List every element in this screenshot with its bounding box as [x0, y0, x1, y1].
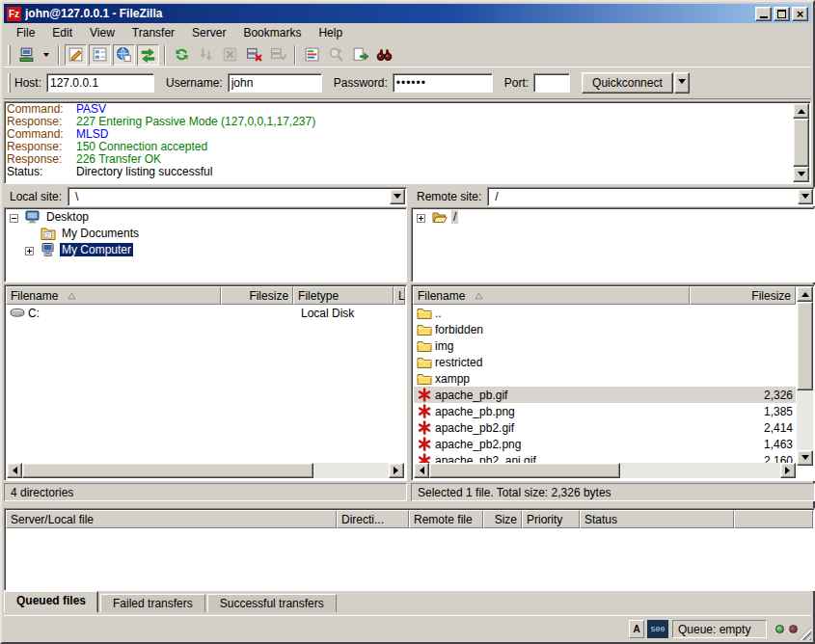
maximize-button[interactable]	[774, 7, 790, 21]
file-row-restricted[interactable]: restricted	[414, 354, 796, 370]
file-row-apache-pb2-ani-gif[interactable]: apache_pb2_ani.gif2,160	[414, 452, 796, 463]
log-scrollbar[interactable]	[793, 103, 809, 182]
column-header-filename[interactable]: Filename	[6, 286, 221, 305]
resize-grip[interactable]	[798, 627, 811, 640]
tab-queued-files[interactable]: Queued files	[4, 591, 98, 612]
refresh-button[interactable]	[171, 44, 193, 66]
queue-column-status[interactable]: Status	[580, 510, 734, 528]
remote-site-combo[interactable]: /	[487, 187, 815, 206]
log-text: PASV	[76, 102, 106, 116]
synchronized-browsing-button[interactable]	[349, 44, 371, 66]
site-manager-button[interactable]	[15, 44, 38, 66]
menu-view[interactable]: View	[81, 24, 123, 41]
disconnect-button[interactable]	[243, 44, 265, 66]
title-bar[interactable]: Fz john@127.0.0.1 - FileZilla ×	[4, 4, 811, 23]
scroll-left-button[interactable]	[414, 463, 429, 478]
directory-comparison-icon	[304, 46, 320, 63]
file-row-c-[interactable]: C:Local Disk	[7, 305, 404, 321]
toggle-local-tree-button[interactable]	[89, 44, 111, 66]
file-row-apache-pb2-gif[interactable]: apache_pb2.gif2,414	[414, 419, 796, 436]
file-row-img[interactable]: img	[414, 337, 796, 354]
local-tree-item-my-computer[interactable]: My Computer	[5, 241, 406, 257]
tab-successful-transfers[interactable]: Successful transfers	[207, 594, 337, 612]
scroll-thumb[interactable]	[429, 463, 620, 478]
menu-edit[interactable]: Edit	[43, 24, 81, 41]
quickconnect-button[interactable]: Quickconnect	[582, 72, 673, 94]
scroll-thumb[interactable]	[797, 302, 813, 390]
menu-help[interactable]: Help	[310, 24, 351, 41]
file-row-xampp[interactable]: xampp	[414, 370, 796, 387]
column-header-l[interactable]: L	[394, 286, 405, 305]
scroll-thumb[interactable]	[793, 119, 809, 167]
column-header-label: L	[398, 289, 405, 303]
toolbar-separator	[164, 45, 166, 65]
maximize-icon	[777, 10, 786, 18]
queue-column-priority[interactable]: Priority	[522, 510, 580, 528]
scroll-right-button[interactable]	[389, 463, 404, 478]
scroll-down-button[interactable]	[797, 450, 813, 466]
image-file-icon	[417, 437, 432, 451]
minimize-button[interactable]	[755, 7, 772, 21]
close-button[interactable]: ×	[792, 7, 808, 21]
remote-status-bar: Selected 1 file. Total size: 2,326 bytes	[411, 483, 815, 501]
remote-site-dropdown-button[interactable]	[798, 189, 813, 204]
queue-column-server-local-file[interactable]: Server/Local file	[6, 510, 337, 528]
toggle-remote-tree-button[interactable]	[113, 44, 135, 66]
queue-column-size[interactable]: Size	[483, 510, 522, 528]
file-row-apache-pb-gif[interactable]: apache_pb.gif2,326	[414, 387, 796, 403]
menu-transfer[interactable]: Transfer	[123, 24, 183, 41]
queue-column-directi-[interactable]: Directi...	[337, 510, 409, 528]
toggle-queue-button[interactable]	[137, 44, 159, 66]
host-input[interactable]	[46, 73, 154, 93]
column-header-filesize[interactable]: Filesize	[690, 286, 796, 305]
site-manager-dropdown-button[interactable]	[40, 44, 53, 66]
toggle-log-button[interactable]	[65, 44, 87, 66]
remote-tree-item--[interactable]: /	[412, 208, 814, 225]
file-row--[interactable]: ..	[414, 305, 796, 321]
local-tree-item-my-documents[interactable]: My Documents	[5, 225, 406, 241]
scroll-down-button[interactable]	[793, 167, 809, 182]
username-input[interactable]	[228, 73, 322, 93]
expand-plus-icon[interactable]	[25, 245, 34, 254]
toggle-local-tree-icon	[92, 46, 108, 63]
expand-plus-icon[interactable]	[417, 212, 425, 221]
local-tree-item-desktop[interactable]: Desktop	[5, 208, 406, 225]
image-file-icon	[417, 453, 432, 463]
log-line-status: Status:Directory listing successful	[7, 166, 792, 178]
quickconnect-dropdown-button[interactable]	[674, 72, 690, 94]
local-site-dropdown-button[interactable]	[390, 189, 405, 204]
menu-bookmarks[interactable]: Bookmarks	[234, 24, 310, 41]
file-row-apache-pb2-png[interactable]: apache_pb2.png1,463	[414, 436, 796, 452]
local-status-text: 4 directories	[11, 486, 73, 499]
speed-limit-indicator[interactable]: 500	[647, 620, 668, 638]
menu-file[interactable]: File	[8, 24, 43, 41]
port-input[interactable]	[533, 73, 570, 93]
file-row-apache-pb-png[interactable]: apache_pb.png1,385	[414, 403, 796, 419]
column-header-filesize[interactable]: Filesize	[221, 286, 293, 305]
local-site-combo[interactable]: \	[68, 187, 407, 206]
scroll-left-button[interactable]	[7, 463, 22, 478]
filter-button[interactable]	[373, 44, 395, 66]
filesize: 2,160	[716, 454, 793, 464]
chevron-down-icon	[394, 194, 401, 202]
tab-failed-transfers[interactable]: Failed transfers	[100, 594, 205, 612]
column-header-filetype[interactable]: Filetype	[293, 286, 394, 305]
filename: apache_pb.png	[435, 405, 515, 418]
file-row-forbidden[interactable]: forbidden	[414, 321, 796, 337]
transfer-queue: Server/Local fileDirecti...Remote fileSi…	[4, 508, 815, 591]
password-input[interactable]	[393, 73, 493, 93]
remote-horizontal-scrollbar[interactable]	[414, 463, 796, 478]
scroll-up-button[interactable]	[797, 286, 813, 302]
local-directory-tree: DesktopMy DocumentsMy Computer	[4, 207, 407, 282]
scroll-thumb[interactable]	[22, 463, 313, 478]
scroll-right-button[interactable]	[780, 463, 796, 478]
directory-comparison-button[interactable]	[301, 44, 323, 66]
queue-column-remote-file[interactable]: Remote file	[409, 510, 483, 528]
scroll-up-button[interactable]	[793, 103, 809, 119]
menu-server[interactable]: Server	[183, 24, 234, 41]
collapse-minus-icon[interactable]	[10, 212, 18, 221]
transfer-type-indicator[interactable]: A	[629, 620, 644, 638]
local-horizontal-scrollbar[interactable]	[7, 463, 404, 478]
remote-vertical-scrollbar[interactable]	[797, 286, 813, 466]
column-header-filename[interactable]: Filename	[413, 286, 690, 305]
